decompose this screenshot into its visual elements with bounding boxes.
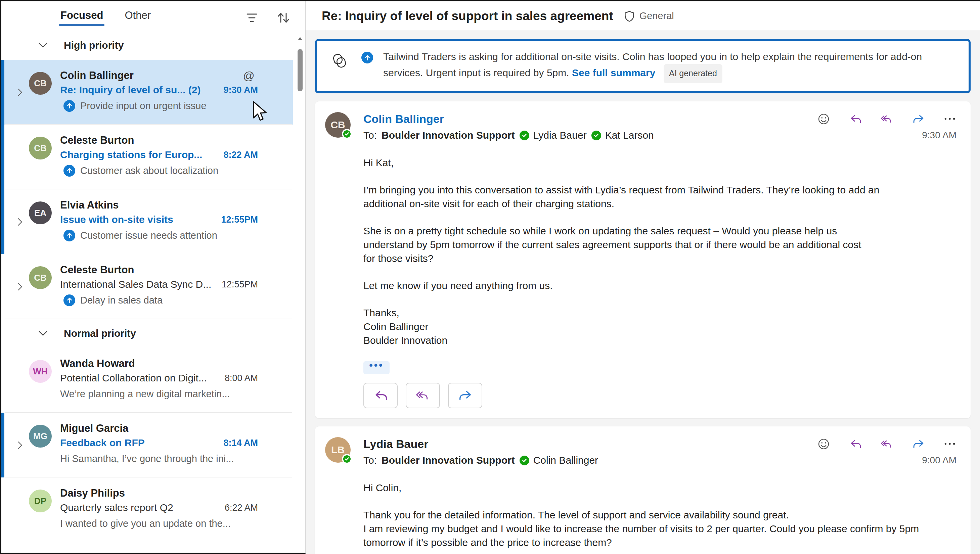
- reading-pane: Re: Inquiry of level of support in sales…: [306, 2, 980, 554]
- body-paragraph: Thanks,Colin BallingerBoulder Innovation: [363, 306, 959, 347]
- message-body: Hi Colin,Thank you for the detailed info…: [363, 481, 959, 549]
- email-list-item[interactable]: MG Miguel Garcia @ Feedback on RFP 8:14 …: [2, 412, 293, 478]
- message-sender-name[interactable]: Lydia Bauer: [363, 438, 428, 451]
- message-time: 9:00 AM: [922, 455, 959, 466]
- filter-icon[interactable]: [245, 11, 259, 25]
- message-card: CB Colin Ballinger: [315, 101, 970, 419]
- message-card: LB Lydia Bauer: [315, 427, 970, 554]
- email-subject: Charging stations for Europ...: [60, 149, 220, 161]
- recipient-check-icon: [519, 131, 529, 140]
- message-actions: [817, 112, 959, 126]
- avatar[interactable]: MG: [29, 425, 52, 447]
- email-preview: I wanted to give you an update on the...: [60, 518, 231, 529]
- email-preview: Delay in sales data: [80, 295, 163, 306]
- collapse-chevron-icon[interactable]: [37, 327, 49, 339]
- expand-conversation-chevron-icon[interactable]: [16, 280, 25, 293]
- reply-button[interactable]: [363, 383, 398, 408]
- body-paragraph: Hi Kat,: [363, 156, 959, 170]
- message-sender-name[interactable]: Colin Ballinger: [363, 113, 444, 126]
- sender-name: Celeste Burton: [60, 134, 134, 146]
- email-list-item[interactable]: CB Celeste Burton @ Charging stations fo…: [2, 124, 293, 189]
- copilot-summary-card: Tailwind Traders is asking for additiona…: [315, 39, 970, 93]
- message-actions: [817, 437, 959, 451]
- scrollbar-up-arrow-icon[interactable]: [298, 36, 303, 41]
- email-preview: We’re planning a new digital marketin...: [60, 388, 230, 400]
- sort-icon[interactable]: [276, 11, 290, 25]
- recipient[interactable]: Lydia Bauer: [519, 130, 587, 141]
- email-list-item[interactable]: WH Wanda Howard @ Potential Collaboratio…: [2, 348, 293, 412]
- email-list-item[interactable]: DP Daisy Philips @ Quarterly sales repor…: [2, 478, 293, 542]
- unread-indicator-bar: [2, 189, 4, 254]
- conversation-header: Re: Inquiry of level of support in sales…: [306, 2, 980, 31]
- to-prefix: To:: [363, 130, 377, 141]
- show-quoted-text-button[interactable]: •••: [363, 361, 390, 374]
- section-label: High priority: [64, 40, 124, 51]
- mention-icon: @: [243, 69, 255, 82]
- list-scrollbar[interactable]: [298, 33, 303, 551]
- email-list-item[interactable]: CB Celeste Burton @ International Sales …: [2, 254, 293, 319]
- recipient[interactable]: Kat Larson: [591, 130, 654, 141]
- forward-icon[interactable]: [911, 437, 925, 451]
- avatar[interactable]: CB: [29, 137, 52, 159]
- reply-icon[interactable]: [848, 437, 862, 451]
- reply-all-button[interactable]: [406, 383, 440, 408]
- recipient-name: Lydia Bauer: [533, 130, 587, 141]
- section-label: Normal priority: [64, 328, 136, 339]
- forward-button[interactable]: [448, 383, 482, 408]
- reply-all-icon[interactable]: [880, 437, 893, 451]
- folder-tab-focused[interactable]: Focused: [61, 10, 103, 27]
- email-preview: Hi Samantha, I’ve gone through the ini..…: [60, 453, 234, 464]
- see-full-summary-link[interactable]: See full summary: [572, 67, 655, 78]
- priority-up-icon: [362, 52, 373, 64]
- emoji-reaction-icon[interactable]: [817, 437, 830, 451]
- folder-tab-label: Focused: [61, 10, 103, 21]
- emoji-reaction-icon[interactable]: [817, 112, 830, 126]
- avatar[interactable]: DP: [29, 490, 52, 513]
- expand-conversation-chevron-icon[interactable]: [16, 439, 25, 452]
- priority-up-icon: [64, 230, 75, 241]
- email-list-item[interactable]: CB Colin Ballinger @ Re: Inquiry of leve…: [2, 60, 293, 124]
- mouse-cursor: [253, 101, 268, 121]
- avatar-initials: CB: [330, 119, 345, 131]
- conversation-subject: Re: Inquiry of level of support in sales…: [322, 9, 613, 23]
- expand-conversation-chevron-icon[interactable]: [16, 216, 25, 228]
- recipient-name: Colin Ballinger: [533, 455, 598, 466]
- sender-name: Daisy Philips: [60, 487, 125, 499]
- forward-icon[interactable]: [911, 112, 925, 126]
- avatar-initials: CB: [34, 273, 47, 283]
- avatar[interactable]: CB: [29, 72, 52, 95]
- reply-all-icon[interactable]: [880, 112, 893, 126]
- email-preview: Provide input on urgent issue: [80, 100, 207, 111]
- email-list: High priority CB Colin Ballinger @ Re: I…: [2, 31, 293, 542]
- recipient-name: Kat Larson: [605, 130, 654, 141]
- sender-name: Colin Ballinger: [60, 70, 134, 81]
- more-actions-icon[interactable]: [943, 112, 956, 126]
- avatar[interactable]: CB: [29, 266, 52, 289]
- avatar[interactable]: EA: [29, 201, 52, 224]
- email-subject: Quarterly sales report Q2: [60, 502, 221, 513]
- recipients-line: To: Boulder Innovation Support Colin Bal…: [363, 455, 598, 466]
- email-list-item[interactable]: EA Elvia Atkins @ Issue with on-site vis…: [2, 189, 293, 254]
- body-paragraph: Thank you for the detailed information. …: [363, 508, 959, 549]
- outlook-window: Focused Other High priority CB Colin Bal…: [2, 2, 980, 554]
- message-thread: CB Colin Ballinger: [315, 101, 970, 554]
- more-actions-icon[interactable]: [943, 437, 956, 451]
- avatar[interactable]: WH: [29, 360, 52, 383]
- scrollbar-thumb[interactable]: [298, 49, 303, 91]
- to-primary-recipient[interactable]: Boulder Innovation Support: [381, 455, 515, 466]
- summary-text: Tailwind Traders is asking for additiona…: [383, 49, 959, 83]
- body-paragraph: Let me know if you need anything from us…: [363, 279, 959, 293]
- expand-conversation-chevron-icon[interactable]: [16, 86, 25, 99]
- shield-icon: [623, 10, 636, 22]
- reply-icon[interactable]: [848, 112, 862, 126]
- collapse-chevron-icon[interactable]: [37, 39, 49, 51]
- body-paragraph: She is on a pretty tight schedule so whi…: [363, 224, 959, 265]
- folder-tab-other[interactable]: Other: [124, 10, 151, 27]
- email-preview: Customer ask about localization: [80, 165, 218, 176]
- email-subject: International Sales Data Sync D...: [60, 279, 218, 290]
- sensitivity-label[interactable]: General: [623, 10, 674, 22]
- email-subject: Issue with on-site visits: [60, 214, 218, 225]
- to-primary-recipient[interactable]: Boulder Innovation Support: [381, 130, 515, 141]
- recipient-check-icon: [591, 131, 601, 140]
- recipient[interactable]: Colin Ballinger: [519, 455, 598, 466]
